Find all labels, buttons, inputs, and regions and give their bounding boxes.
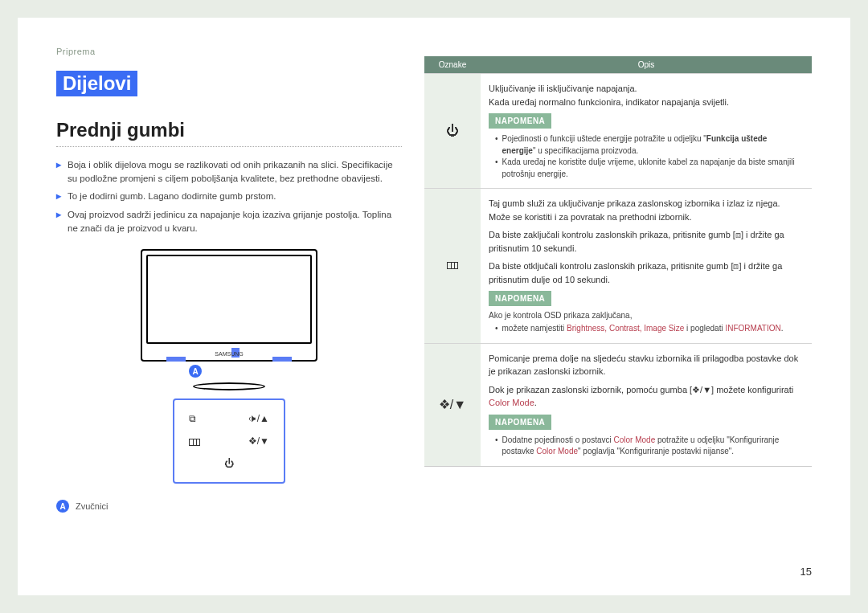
bullet-text: Boja i oblik dijelova mogu se razlikovat… <box>68 158 402 185</box>
note-tag: NAPOMENA <box>489 113 551 129</box>
desc-text: Taj gumb služi za uključivanje prikaza z… <box>489 197 802 223</box>
subsection-title: Prednji gumbi <box>56 119 402 141</box>
bullet-text: Ovaj proizvod sadrži jedinicu za napajan… <box>68 208 402 235</box>
note-tag: NAPOMENA <box>489 291 551 306</box>
table-header: Oznake Opis <box>424 56 812 73</box>
table-row: ❖/▼ Pomicanje prema dolje na sljedeću st… <box>424 343 812 466</box>
intro-bullet-list: ▸Boja i oblik dijelova mogu se razlikova… <box>56 158 402 235</box>
note-item: možete namjestiti Brightness, Contrast, … <box>495 323 802 335</box>
menu-icon <box>189 435 200 447</box>
note-plain: Ako je kontrola OSD prikaza zaključana, <box>489 309 802 321</box>
th-desc: Opis <box>481 56 812 73</box>
note-tag: NAPOMENA <box>489 415 551 430</box>
note-item: Pojedinosti o funkciji uštede energije p… <box>495 133 802 157</box>
speaker-left <box>166 357 186 362</box>
section-title: Dijelovi <box>56 71 137 96</box>
legend-label: Zvučnici <box>76 501 108 511</box>
desc-text: Da biste otključali kontrolu zaslonskih … <box>489 260 802 286</box>
bullet-text: To je dodirni gumb. Lagano dodirnite gum… <box>68 190 276 203</box>
legend-badge-a: A <box>56 500 69 513</box>
note-item: Dodatne pojedinosti o postavci Color Mod… <box>495 435 802 458</box>
legend: A Zvučnici <box>56 500 402 513</box>
button-description-table: Oznake Opis ⏻ Uključivanje ili isključiv… <box>424 56 812 467</box>
th-label: Oznake <box>424 56 481 73</box>
bullet-icon: ▸ <box>56 158 61 185</box>
desc-text: Da biste zaključali kontrolu zaslonskih … <box>489 228 802 255</box>
volume-up-icon: 🕩/▲ <box>248 413 269 424</box>
divider <box>56 146 402 147</box>
desc-text: Kada uređaj normalno funkcionira, indika… <box>489 96 802 109</box>
right-column: Oznake Opis ⏻ Uključivanje ili isključiv… <box>424 56 812 513</box>
desc-text: Uključivanje ili isključivanje napajanja… <box>489 82 802 96</box>
manual-page: Priprema Dijelovi Prednji gumbi ▸Boja i … <box>18 18 850 595</box>
desc-text: Dok je prikazan zaslonski izbornik, pomo… <box>489 383 802 410</box>
speaker-right <box>272 357 292 362</box>
desc-text: Pomicanje prema dolje na sljedeću stavku… <box>489 352 802 378</box>
bullet-icon: ▸ <box>56 190 61 203</box>
breadcrumb: Priprema <box>56 47 812 56</box>
power-icon: ⏻ <box>224 458 234 469</box>
table-row: ⏻ Uključivanje ili isključivanje napajan… <box>424 73 812 188</box>
monitor-stand <box>193 382 265 390</box>
menu-icon <box>424 189 481 343</box>
button-panel: ⧉ 🕩/▲ ❖/▼ ⏻ <box>173 398 285 484</box>
monitor-outline: SAMSUNG <box>141 249 317 362</box>
page-number: 15 <box>800 566 812 578</box>
nav-updown-icon: ❖/▼ <box>424 344 481 466</box>
brand-label: SAMSUNG <box>215 351 243 357</box>
bullet-icon: ▸ <box>56 208 61 235</box>
monitor-diagram: SAMSUNG A ⧉ 🕩/▲ ❖/▼ ⏻ <box>56 249 402 484</box>
left-column: Dijelovi Prednji gumbi ▸Boja i oblik dij… <box>56 56 402 513</box>
note-item: Kada uređaj ne koristite dulje vrijeme, … <box>495 157 802 180</box>
callout-badge-a: A <box>189 365 202 378</box>
table-row: Taj gumb služi za uključivanje prikaza z… <box>424 188 812 343</box>
source-icon: ⧉ <box>189 413 196 424</box>
power-icon: ⏻ <box>424 74 481 188</box>
nav-down-icon: ❖/▼ <box>248 435 269 447</box>
